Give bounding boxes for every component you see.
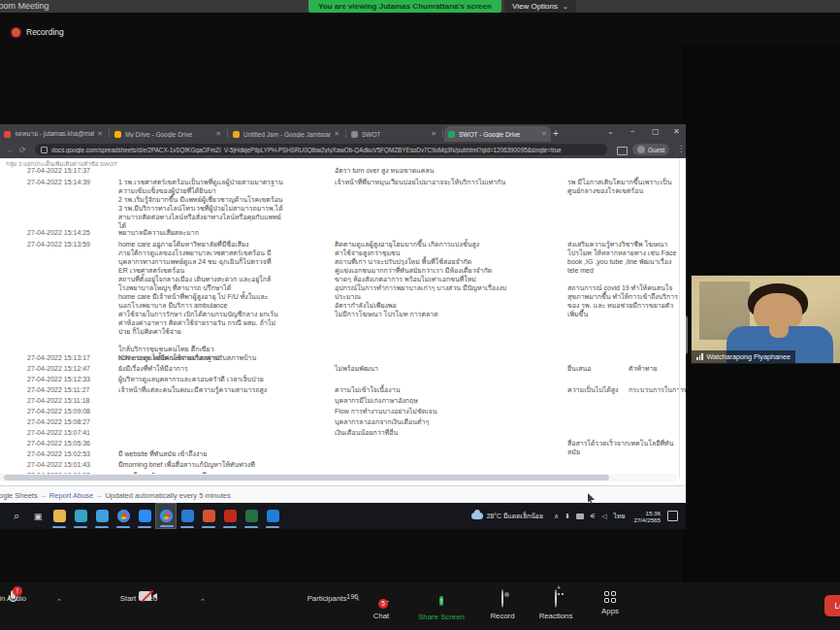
system-tray: 28°C มีแดดเล็กน้อย ∧ ⬇ ⚟ ◁ ไทย 15:36 27/…	[471, 503, 682, 529]
row-cell: home care อยู่ภายใต้มหาวิทยาลัยที่มีชื่อ…	[118, 240, 322, 362]
tab-close-icon[interactable]: ✕	[541, 130, 547, 138]
row-cell: ไม่พร้อมพัฒนา	[335, 364, 560, 373]
action-center-icon[interactable]	[667, 511, 678, 521]
view-options-button[interactable]: View Options⌄	[504, 0, 576, 13]
task-view-icon[interactable]: ▣	[27, 503, 48, 529]
browser-tab-1[interactable]: จดหมาย - jutamas.kha@mahidol.ac✕	[0, 126, 107, 142]
edge-icon[interactable]	[70, 503, 91, 529]
jamboard-icon	[233, 131, 240, 138]
row-cell: รพ มีโอกาสเติบโตมากขึ้นเพราะเป็นศูนย์กลา…	[567, 178, 682, 195]
tab-close-icon[interactable]: ✕	[97, 130, 103, 138]
row-cell: บุคลากรมีไม่เก่งภาษาอังกฤษ	[335, 396, 560, 405]
apps-icon	[604, 591, 616, 603]
table-row: 27-04-2022 15:12:33ผู้บริหารดูแลบุคลากรแ…	[0, 375, 686, 385]
browser-window: + ⌄ − ▢ ✕ จดหมาย - jutamas.kha@mahidol.a…	[0, 124, 686, 503]
refresh-icon[interactable]: ⟳	[19, 146, 26, 154]
table-row: 27-04-2022 15:12:47ยังมีเรื่องที่ทำให้มี…	[0, 364, 686, 375]
search-icon[interactable]: ⌕	[6, 503, 27, 529]
browser-toolbar: ← ⟳ docs.google.com/spreadsheets/d/e/2PA…	[0, 142, 686, 158]
browser-tab-2[interactable]: My Drive - Google Drive✕	[111, 126, 225, 142]
network-icon[interactable]: ⚟	[590, 513, 596, 520]
cloud-icon	[471, 513, 483, 519]
tab-close-icon[interactable]: ✕	[215, 130, 221, 138]
audio-options-caret[interactable]: ⌃	[56, 598, 62, 606]
powerpoint-icon[interactable]	[198, 503, 219, 529]
row-cell: ตัวท้าทาย	[629, 364, 686, 373]
address-bar[interactable]: docs.google.com/spreadsheets/d/e/2PACX-1…	[35, 144, 607, 155]
mail-icon[interactable]	[262, 503, 283, 529]
participant-name: Watcharapong Piyaphanee	[707, 352, 791, 361]
apps-button[interactable]: Apps	[576, 590, 644, 615]
close-icon[interactable]: ✕	[673, 127, 680, 136]
tab-title: My Drive - Google Drive	[125, 131, 212, 138]
tab-close-icon[interactable]: ✕	[334, 130, 339, 138]
back-icon[interactable]: ←	[6, 146, 14, 154]
horizontal-scrollbar[interactable]	[0, 474, 677, 481]
restore-icon[interactable]: ▢	[652, 127, 660, 136]
join-audio-button[interactable]: ! Join Audio	[0, 590, 41, 603]
acrobat-icon[interactable]	[219, 503, 241, 529]
language-indicator[interactable]: ไทย	[614, 511, 626, 521]
row-timestamp: 27-04-2022 15:12:33	[27, 375, 116, 383]
usb-icon[interactable]: ⬇	[565, 513, 570, 520]
weather-widget[interactable]: 28°C มีแดดเล็กน้อย	[471, 511, 543, 521]
scrollbar-thumb[interactable]	[4, 475, 609, 481]
lock-icon	[41, 147, 48, 153]
row-cell: เจ้าหน้าที่ที่มาหมุนเวียนบ่อยไปมาอาจจะให…	[335, 178, 560, 186]
volume-icon[interactable]: ◁	[601, 513, 606, 520]
table-row: 27-04-2022 15:09:08Flow การทำงานบางอย่าง…	[0, 407, 686, 417]
start-video-button[interactable]: Start Video	[105, 590, 173, 603]
report-abuse-link[interactable]: Report Abuse	[49, 491, 93, 500]
row-timestamp: 27-04-2022 15:12:47	[27, 364, 116, 373]
tab-title: SWOT - Google Drive	[459, 131, 538, 138]
taskbar-date: 27/4/2565	[633, 516, 661, 523]
row-timestamp: 27-04-2022 15:09:08	[27, 407, 116, 415]
updated-label: Updated automatically every 5 minutes	[105, 491, 230, 500]
browser-menu-icon[interactable]: ⋮	[677, 145, 685, 153]
profile-chip[interactable]: Guest	[632, 144, 669, 155]
vertical-scroll-track[interactable]	[679, 158, 680, 479]
internet-explorer-icon[interactable]	[91, 503, 113, 529]
row-cell: พยาบาลมีความเสียสละมาก	[118, 228, 322, 237]
new-tab-button[interactable]: +	[553, 128, 559, 139]
excel-icon[interactable]	[241, 503, 262, 529]
table-row: 27-04-2022 15:14:391 รพ.เวชศาสตร์เขตร้อน…	[0, 178, 686, 228]
share-screen-icon: ↑	[439, 596, 444, 606]
row-timestamp: 27-04-2022 15:13:17	[27, 353, 116, 362]
record-icon	[501, 589, 503, 608]
video-options-caret[interactable]: ⌃	[200, 598, 206, 606]
chrome-active-icon[interactable]	[155, 503, 177, 529]
chevron-down-icon: ⌄	[563, 3, 568, 10]
zoom-toolbar: ! Join Audio ⌃ Start Video ⌃ 196 Partici…	[0, 582, 840, 630]
chrome-icon[interactable]	[113, 503, 134, 529]
show-hidden-icons[interactable]: ∧	[554, 513, 559, 520]
audio-level-icon	[696, 353, 704, 360]
participant-video[interactable]: Watcharapong Piyaphanee	[691, 275, 840, 364]
battery-icon[interactable]	[576, 514, 584, 519]
table-row: 27-04-2022 15:13:59home care อยู่ภายใต้ม…	[0, 240, 686, 353]
tab-strip: + ⌄ − ▢ ✕ จดหมาย - jutamas.kha@mahidol.a…	[0, 124, 686, 142]
chat-button[interactable]: 5 Chat	[347, 590, 415, 620]
zoom-window-title: Zoom Meeting	[0, 1, 49, 11]
file-explorer-icon[interactable]	[48, 503, 70, 529]
browser-tab-4[interactable]: SWOT✕	[347, 126, 440, 142]
sheet-rows: 27-04-2022 15:17:37อัตรา turn over สูง ห…	[0, 166, 686, 481]
recording-bar: Recording	[0, 13, 840, 44]
view-options-label: View Options	[512, 2, 558, 11]
row-cell: เงินเดือนน้อยกว่าที่อื่น	[335, 428, 560, 437]
leave-button[interactable]: Leave	[824, 595, 840, 616]
zoom-app-icon[interactable]	[134, 503, 155, 529]
row-timestamp: 27-04-2022 15:13:59	[27, 240, 116, 249]
browser-tab-5[interactable]: SWOT - Google Drive✕	[444, 126, 551, 142]
side-panel-icon[interactable]	[617, 147, 628, 155]
photos-icon[interactable]	[177, 503, 198, 529]
minimize-icon[interactable]: −	[630, 127, 635, 136]
taskbar-clock[interactable]: 15:36 27/4/2565	[633, 510, 661, 523]
tab-close-icon[interactable]: ✕	[431, 130, 436, 138]
share-screen-button[interactable]: ↑ Share Screen	[407, 590, 475, 621]
drive-icon	[114, 131, 121, 138]
tab-search-icon[interactable]: ⌄	[607, 127, 614, 136]
table-row: 27-04-2022 15:01:43มีmorning brief เพื่อ…	[0, 460, 686, 471]
browser-tab-3[interactable]: Untitled Jam - Google Jamboard✕	[229, 126, 343, 142]
tab-title: Untitled Jam - Google Jamboard	[243, 131, 331, 138]
